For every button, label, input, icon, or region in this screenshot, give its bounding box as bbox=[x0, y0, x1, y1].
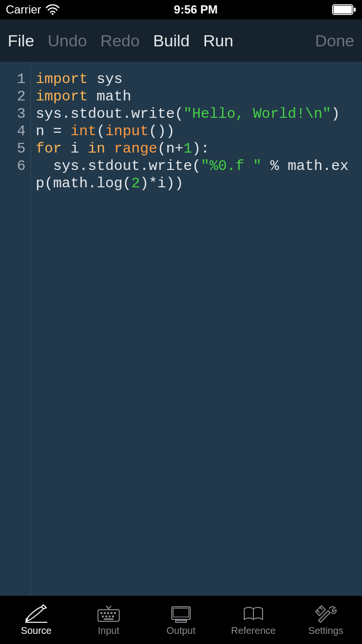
battery-icon bbox=[332, 4, 356, 15]
status-right bbox=[332, 4, 356, 15]
undo-button[interactable]: Undo bbox=[48, 31, 87, 50]
line-number: 4 bbox=[0, 123, 26, 140]
svg-rect-9 bbox=[114, 612, 116, 614]
code-line: sys.stdout.write("Hello, World!\n") bbox=[36, 106, 340, 122]
svg-rect-2 bbox=[334, 6, 352, 14]
line-number: 1 bbox=[0, 70, 26, 88]
carrier-label: Carrier bbox=[6, 3, 41, 16]
tab-reference[interactable]: Reference bbox=[217, 604, 290, 636]
status-bar: Carrier 9:56 PM bbox=[0, 0, 362, 19]
svg-rect-15 bbox=[172, 607, 190, 619]
line-number: 6 bbox=[0, 157, 26, 175]
code-line: for i in range(n+1): bbox=[36, 140, 209, 157]
svg-rect-5 bbox=[100, 612, 102, 614]
svg-rect-13 bbox=[112, 616, 114, 617]
run-button[interactable]: Run bbox=[203, 31, 233, 50]
svg-rect-16 bbox=[173, 608, 189, 617]
line-number: 3 bbox=[0, 105, 26, 123]
tab-source[interactable]: Source bbox=[0, 604, 72, 636]
code-area[interactable]: import sys import math sys.stdout.write(… bbox=[31, 62, 362, 596]
code-editor[interactable]: 1 2 3 4 5 6 import sys import math sys.s… bbox=[0, 62, 362, 596]
status-left: Carrier bbox=[6, 3, 59, 16]
code-line: import sys bbox=[36, 71, 123, 87]
tab-input[interactable]: Input bbox=[72, 604, 145, 636]
svg-rect-11 bbox=[105, 616, 107, 617]
svg-rect-12 bbox=[109, 616, 111, 617]
toolbar: File Undo Redo Build Run Done bbox=[0, 19, 362, 62]
svg-rect-17 bbox=[176, 620, 186, 622]
line-number: 2 bbox=[0, 88, 26, 105]
code-line: sys.stdout.write("%0.f " % math.exp(math… bbox=[36, 158, 348, 192]
tab-label: Reference bbox=[231, 625, 276, 636]
svg-point-0 bbox=[52, 13, 54, 15]
tab-label: Settings bbox=[308, 625, 343, 636]
svg-rect-14 bbox=[104, 618, 113, 620]
line-number: 5 bbox=[0, 140, 26, 157]
file-menu[interactable]: File bbox=[8, 31, 34, 50]
tab-label: Input bbox=[98, 625, 119, 636]
svg-rect-7 bbox=[107, 612, 109, 614]
code-line: import math bbox=[36, 88, 131, 105]
svg-rect-3 bbox=[354, 8, 356, 12]
line-number-gutter: 1 2 3 4 5 6 bbox=[0, 62, 31, 596]
keyboard-icon bbox=[97, 604, 121, 623]
tab-bar: Source Input Output bbox=[0, 596, 362, 644]
svg-rect-6 bbox=[104, 612, 106, 614]
svg-rect-8 bbox=[111, 612, 112, 614]
wifi-icon bbox=[46, 4, 59, 15]
build-button[interactable]: Build bbox=[153, 31, 190, 50]
tab-output[interactable]: Output bbox=[145, 604, 217, 636]
monitor-icon bbox=[169, 604, 193, 623]
book-icon bbox=[241, 604, 265, 623]
svg-rect-10 bbox=[102, 616, 104, 617]
pen-icon bbox=[24, 604, 48, 623]
status-time: 9:56 PM bbox=[174, 3, 218, 16]
tools-icon bbox=[314, 604, 338, 623]
tab-settings[interactable]: Settings bbox=[290, 604, 362, 636]
tab-label: Output bbox=[167, 625, 195, 636]
tab-label: Source bbox=[21, 625, 51, 636]
done-button[interactable]: Done bbox=[315, 31, 354, 50]
code-line: n = int(input()) bbox=[36, 123, 175, 140]
redo-button[interactable]: Redo bbox=[100, 31, 139, 50]
